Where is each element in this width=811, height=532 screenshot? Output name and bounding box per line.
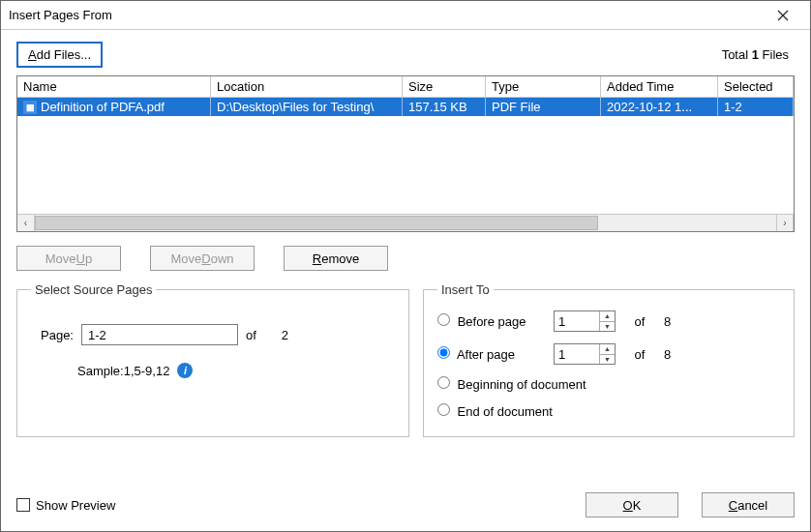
end-radio[interactable]: End of document	[437, 403, 553, 419]
end-row: End of document	[437, 403, 780, 419]
col-header-location[interactable]: Location	[211, 76, 403, 98]
cell-selected: 1-2	[718, 98, 794, 116]
insert-to-group: Insert To Before page ▲▼ of 8 After page…	[423, 282, 795, 437]
button-row: Move Up Move Down Remove	[16, 246, 795, 271]
spin-down-icon[interactable]: ▼	[600, 355, 615, 365]
of-label: of	[246, 328, 256, 342]
spin-down-icon[interactable]: ▼	[600, 322, 615, 332]
sample-label: Sample:1,5-9,12	[77, 364, 169, 378]
cell-size: 157.15 KB	[403, 98, 486, 116]
cancel-button[interactable]: Cancel	[702, 492, 795, 517]
total-files-label: Total 1 Files	[722, 47, 795, 62]
sample-row: Sample:1,5-9,12 i	[77, 363, 395, 378]
before-page-spinner[interactable]: ▲▼	[554, 310, 616, 332]
before-page-radio[interactable]: Before page	[437, 313, 544, 329]
titlebar: Insert Pages From	[1, 1, 810, 30]
col-header-size[interactable]: Size	[403, 76, 486, 98]
cell-type: PDF File	[486, 98, 601, 116]
after-page-input[interactable]	[555, 344, 599, 364]
table-header-row: Name Location Size Type Added Time Selec…	[17, 76, 794, 98]
before-page-row: Before page ▲▼ of 8	[437, 310, 780, 332]
of-label-after: of	[625, 347, 654, 362]
move-down-button[interactable]: Move Down	[150, 246, 255, 271]
select-source-pages-group: Select Source Pages Page: of 2 Sample:1,…	[16, 282, 409, 437]
dialog-footer: Show Preview OK Cancel	[1, 471, 810, 531]
after-total: 8	[664, 347, 683, 362]
col-header-added[interactable]: Added Time	[601, 76, 718, 98]
add-files-button[interactable]: Add Files...	[16, 42, 103, 68]
scroll-track[interactable]	[35, 215, 776, 231]
spin-up-icon[interactable]: ▲	[600, 311, 615, 322]
page-range-input[interactable]	[81, 324, 238, 345]
col-header-selected[interactable]: Selected	[718, 76, 794, 98]
remove-button[interactable]: Remove	[284, 246, 388, 271]
files-table[interactable]: Name Location Size Type Added Time Selec…	[16, 75, 795, 232]
beginning-row: Beginning of document	[437, 376, 780, 392]
table-body: ▦ Definition of PDFA.pdf D:\Desktop\File…	[17, 98, 794, 214]
of-label-before: of	[625, 314, 654, 329]
source-total-pages: 2	[282, 328, 288, 342]
ok-button[interactable]: OK	[586, 492, 678, 517]
checkbox-icon	[16, 498, 30, 512]
beginning-radio[interactable]: Beginning of document	[437, 376, 586, 392]
scroll-thumb[interactable]	[35, 216, 598, 230]
table-row[interactable]: ▦ Definition of PDFA.pdf D:\Desktop\File…	[17, 98, 794, 116]
scroll-left-icon[interactable]: ‹	[17, 215, 35, 231]
move-up-button[interactable]: Move Up	[16, 246, 121, 271]
show-preview-checkbox[interactable]: Show Preview	[16, 498, 115, 513]
horizontal-scrollbar[interactable]: ‹ ›	[17, 214, 794, 231]
col-header-type[interactable]: Type	[486, 76, 601, 98]
cell-location: D:\Desktop\Files for Testing\	[211, 98, 403, 116]
before-total: 8	[664, 314, 683, 329]
cell-name: ▦ Definition of PDFA.pdf	[17, 98, 211, 116]
close-icon	[777, 10, 789, 21]
page-row: Page: of 2	[41, 324, 395, 345]
cell-added: 2022-10-12 1...	[601, 98, 718, 116]
group-row: Select Source Pages Page: of 2 Sample:1,…	[16, 282, 795, 437]
pdf-file-icon: ▦	[23, 101, 37, 114]
col-header-name[interactable]: Name	[17, 76, 211, 98]
spin-up-icon[interactable]: ▲	[600, 344, 615, 355]
close-button[interactable]	[764, 2, 802, 29]
before-page-input[interactable]	[555, 311, 599, 331]
after-page-radio[interactable]: After page	[437, 346, 544, 362]
after-page-spinner[interactable]: ▲▼	[554, 343, 616, 365]
window-title: Insert Pages From	[9, 8, 764, 22]
scroll-right-icon[interactable]: ›	[776, 215, 794, 231]
source-legend: Select Source Pages	[31, 282, 156, 297]
insert-legend: Insert To	[437, 282, 494, 297]
info-icon[interactable]: i	[177, 363, 193, 378]
top-row: Add Files... Total 1 Files	[16, 42, 795, 68]
dialog-window: Insert Pages From Add Files... Total 1 F…	[0, 0, 811, 532]
dialog-content: Add Files... Total 1 Files Name Location…	[1, 30, 810, 471]
after-page-row: After page ▲▼ of 8	[437, 343, 780, 365]
page-label: Page:	[41, 328, 74, 342]
